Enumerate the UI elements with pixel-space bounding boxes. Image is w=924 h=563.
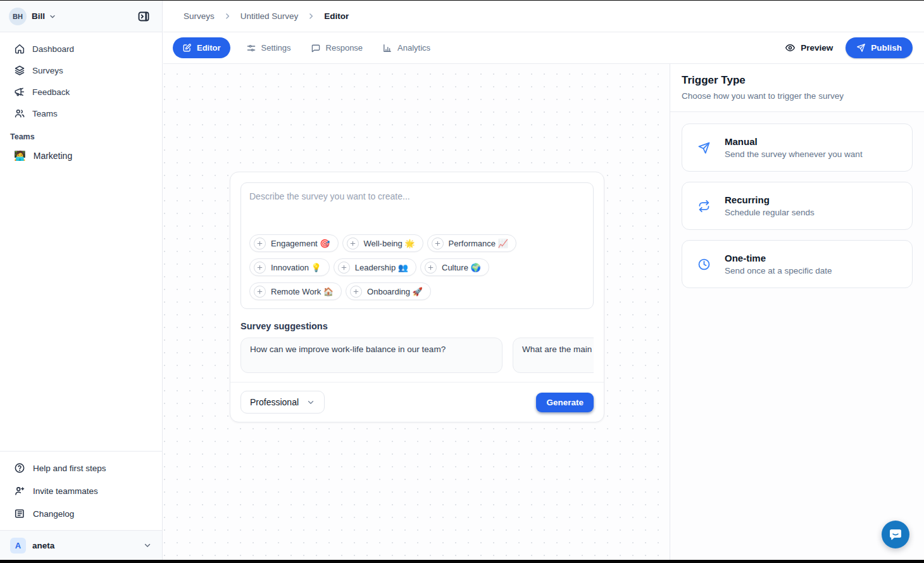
home-icon <box>14 43 25 54</box>
chat-bubble-icon <box>888 527 903 542</box>
breadcrumb-untitled-survey[interactable]: Untitled Survey <box>240 11 299 21</box>
chevron-down-icon <box>49 13 56 20</box>
speech-bubble-icon <box>311 43 321 53</box>
clock-icon <box>697 258 711 271</box>
breadcrumb-surveys[interactable]: Surveys <box>184 11 215 21</box>
sidebar-item-team-marketing[interactable]: 🧑‍💻 Marketing <box>8 145 154 167</box>
app-window: BH Bill Dashboard Surv <box>0 0 924 563</box>
bar-chart-icon <box>382 43 392 53</box>
main-area: Surveys Untitled Survey Editor Editor <box>163 1 924 560</box>
tab-settings[interactable]: Settings <box>242 38 295 58</box>
topic-chip-label: Onboarding 🚀 <box>367 287 423 296</box>
topic-chip[interactable]: Remote Work 🏠 <box>249 282 342 300</box>
topic-chip-label: Innovation 💡 <box>271 263 322 272</box>
survey-composer-card: Engagement 🎯 Well-being 🌟 Performance 📈 … <box>230 172 604 422</box>
sidebar-footer-nav: Help and first steps Invite teammates Ch… <box>0 451 162 530</box>
sidebar-item-teams[interactable]: Teams <box>8 103 154 124</box>
sidebar-bottom: Help and first steps Invite teammates Ch… <box>0 451 162 560</box>
tab-editor[interactable]: Editor <box>173 37 230 58</box>
account-name: aneta <box>32 541 54 550</box>
publish-label: Publish <box>871 43 902 53</box>
chat-launcher-button[interactable] <box>882 521 909 548</box>
sidebar-item-invite[interactable]: Invite teammates <box>8 479 154 502</box>
collapse-sidebar-button[interactable] <box>134 7 153 26</box>
publish-button[interactable]: Publish <box>846 37 913 58</box>
trigger-option-one-time[interactable]: One-time Send once at a specific date <box>682 240 913 288</box>
sidebar-item-label: Feedback <box>32 87 70 97</box>
chevron-down-icon <box>143 541 152 550</box>
suggestion-card[interactable]: What are the main ob <box>513 338 594 373</box>
chevron-down-icon <box>306 398 315 407</box>
sidebar: BH Bill Dashboard Surv <box>0 1 163 560</box>
generate-button[interactable]: Generate <box>536 393 594 412</box>
composer-footer: Professional Generate <box>230 382 604 422</box>
sidebar-nav: Dashboard Surveys Feedback Teams <box>0 32 162 124</box>
teams-section-label: Teams <box>0 124 162 145</box>
editor-toolbar: Editor Settings Response <box>163 32 924 64</box>
sidebar-item-changelog[interactable]: Changelog <box>8 502 154 525</box>
topic-chip[interactable]: Engagement 🎯 <box>249 234 339 252</box>
pencil-square-icon <box>182 43 192 53</box>
trigger-option-recurring[interactable]: Recurring Schedule regular sends <box>682 182 913 230</box>
tab-label: Analytics <box>397 43 430 53</box>
sidebar-item-surveys[interactable]: Surveys <box>8 60 154 81</box>
send-icon <box>856 43 866 53</box>
sliders-icon <box>246 43 256 53</box>
topic-chip-label: Performance 📈 <box>449 239 508 248</box>
sidebar-item-feedback[interactable]: Feedback <box>8 81 154 103</box>
survey-description-input[interactable] <box>249 191 585 234</box>
window-top-edge <box>0 0 924 1</box>
plus-icon <box>347 237 359 250</box>
panel-collapse-icon <box>137 10 150 23</box>
trigger-type-panel: Trigger Type Choose how you want to trig… <box>670 64 924 560</box>
topic-chip[interactable]: Leadership 👥 <box>334 258 416 276</box>
topic-chip[interactable]: Performance 📈 <box>427 234 516 252</box>
suggestion-card[interactable]: How can we improve work-life balance in … <box>240 338 503 373</box>
breadcrumb-editor: Editor <box>324 11 349 21</box>
toolbar-actions: Preview Publish <box>785 37 913 58</box>
plus-icon <box>432 237 444 250</box>
topic-chip[interactable]: Well-being 🌟 <box>342 234 423 252</box>
panel-title: Trigger Type <box>682 74 913 87</box>
chevron-right-icon <box>307 12 315 20</box>
trigger-option-description: Send once at a specific date <box>725 266 832 275</box>
tone-select[interactable]: Professional <box>240 391 325 414</box>
plus-icon <box>254 262 266 274</box>
topic-chip-list: Engagement 🎯 Well-being 🌟 Performance 📈 … <box>249 234 585 300</box>
users-icon <box>14 108 25 119</box>
sidebar-item-help[interactable]: Help and first steps <box>8 457 154 479</box>
question-circle-icon <box>14 462 25 474</box>
plus-icon <box>350 286 362 298</box>
editor-canvas[interactable]: Engagement 🎯 Well-being 🌟 Performance 📈 … <box>163 64 670 560</box>
user-plus-icon <box>14 485 25 497</box>
workspace-avatar: BH <box>9 8 27 25</box>
preview-label: Preview <box>801 43 833 53</box>
survey-prompt-box: Engagement 🎯 Well-being 🌟 Performance 📈 … <box>240 182 594 309</box>
sidebar-item-label: Changelog <box>33 509 74 519</box>
sidebar-item-dashboard[interactable]: Dashboard <box>8 38 154 60</box>
trigger-panel-header: Trigger Type Choose how you want to trig… <box>670 64 924 112</box>
suggestions-title: Survey suggestions <box>240 321 594 331</box>
chevron-right-icon <box>223 12 232 20</box>
topic-chip-label: Well-being 🌟 <box>364 239 415 248</box>
topic-chip[interactable]: Onboarding 🚀 <box>346 282 431 300</box>
layers-icon <box>14 65 25 76</box>
plus-icon <box>338 262 350 274</box>
workspace-switcher[interactable]: BH Bill <box>0 1 162 32</box>
trigger-option-manual[interactable]: Manual Send the survey whenever you want <box>682 123 913 172</box>
sidebar-item-label: Help and first steps <box>33 464 106 473</box>
tab-label: Settings <box>261 43 291 53</box>
account-menu[interactable]: A aneta <box>0 530 162 560</box>
trigger-option-title: Manual <box>725 136 863 147</box>
send-icon <box>697 141 711 155</box>
topic-chip[interactable]: Culture 🌍 <box>420 258 489 276</box>
topic-chip-label: Remote Work 🏠 <box>271 287 334 296</box>
tab-label: Response <box>326 43 363 53</box>
sidebar-item-label: Teams <box>32 109 58 118</box>
plus-icon <box>425 262 437 274</box>
tab-response[interactable]: Response <box>307 38 367 58</box>
repeat-icon <box>697 199 711 213</box>
preview-button[interactable]: Preview <box>785 42 833 53</box>
tab-analytics[interactable]: Analytics <box>378 38 434 58</box>
topic-chip[interactable]: Innovation 💡 <box>249 258 330 276</box>
